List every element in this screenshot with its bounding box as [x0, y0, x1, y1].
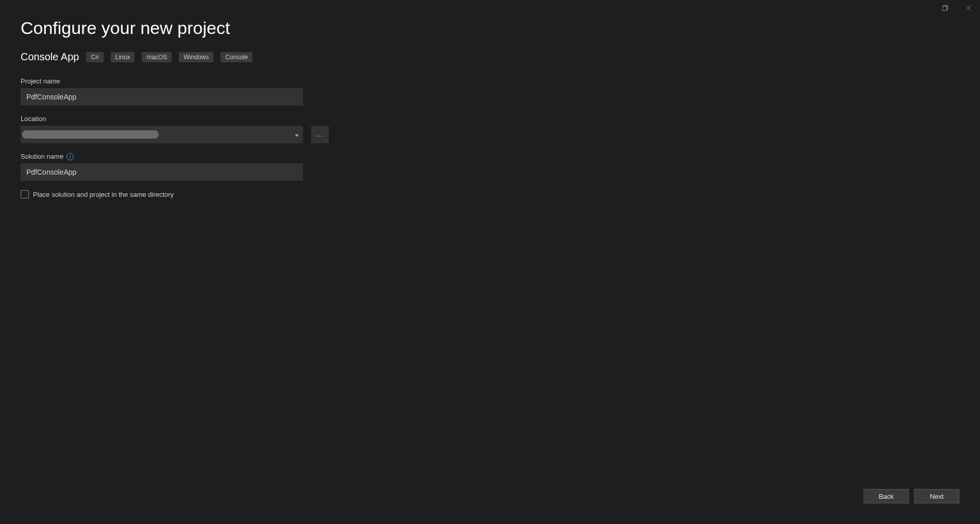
- back-button[interactable]: Back: [864, 489, 909, 503]
- main-content: Configure your new project Console App C…: [0, 0, 980, 198]
- close-icon: [966, 5, 971, 11]
- solution-name-label: Solution name: [21, 153, 63, 160]
- info-icon[interactable]: i: [66, 153, 74, 160]
- location-input[interactable]: [21, 126, 303, 143]
- maximize-button[interactable]: [934, 0, 957, 15]
- location-row: ...: [21, 126, 959, 143]
- solution-name-label-row: Solution name i: [21, 153, 959, 160]
- tag-type-console: Console: [221, 52, 252, 62]
- maximize-icon: [942, 5, 948, 11]
- same-directory-label: Place solution and project in the same d…: [33, 191, 174, 198]
- location-group: Location ...: [21, 115, 959, 143]
- title-bar: [934, 0, 980, 15]
- page-title: Configure your new project: [21, 18, 959, 38]
- tag-platform-macos: macOS: [142, 52, 172, 62]
- tag-platform-linux: Linux: [111, 52, 135, 62]
- next-button[interactable]: Next: [914, 489, 959, 503]
- browse-button[interactable]: ...: [311, 126, 329, 143]
- template-info-row: Console App C# Linux macOS Windows Conso…: [21, 51, 959, 63]
- project-name-input[interactable]: [21, 88, 303, 106]
- close-button[interactable]: [957, 0, 980, 15]
- tag-language: C#: [86, 52, 103, 62]
- tag-platform-windows: Windows: [179, 52, 213, 62]
- footer-buttons: Back Next: [864, 489, 959, 503]
- location-combo: [21, 126, 303, 143]
- svg-rect-1: [942, 6, 947, 10]
- template-name: Console App: [21, 51, 79, 63]
- same-directory-row: Place solution and project in the same d…: [21, 190, 959, 198]
- location-label: Location: [21, 115, 959, 123]
- project-name-label: Project name: [21, 77, 959, 85]
- same-directory-checkbox[interactable]: [21, 190, 29, 198]
- solution-name-group: Solution name i: [21, 153, 959, 181]
- project-name-group: Project name: [21, 77, 959, 106]
- solution-name-input[interactable]: [21, 163, 303, 181]
